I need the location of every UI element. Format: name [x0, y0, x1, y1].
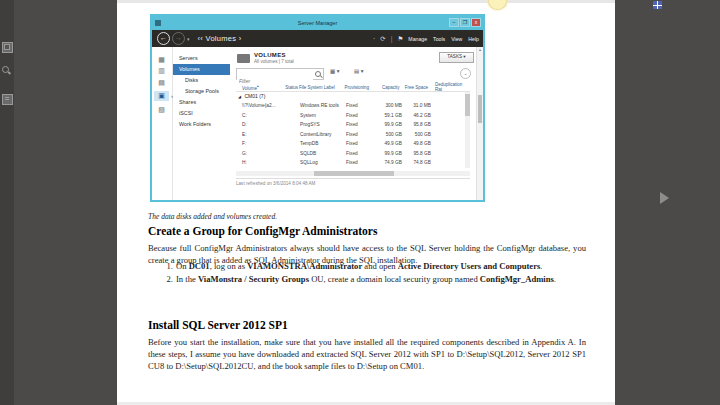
search-dot-icon: ·	[373, 35, 375, 42]
col-provisioning: Provisioning	[344, 85, 371, 90]
table-header-row[interactable]: Volume▴ Status File System Label Provisi…	[236, 83, 470, 92]
maximize-button[interactable]: ❐	[460, 18, 470, 27]
notifications-flag-icon[interactable]: ⚑	[397, 35, 403, 43]
page-thumbnails-icon[interactable]	[2, 42, 13, 53]
history-caret-icon[interactable]: ▾	[187, 36, 190, 42]
list-text: On DC01, log on as VIAMONSTRA\Administra…	[176, 260, 576, 272]
volumes-tile-icon	[237, 54, 250, 63]
cell-free-space: 95.8 GB	[402, 122, 431, 127]
tasks-button[interactable]: TASKS ▾	[439, 52, 474, 63]
collapse-chevron-icon[interactable]: ⌄	[460, 68, 471, 79]
cell-provisioning: Fixed	[346, 122, 373, 127]
table-row[interactable]: H: SQLLog Fixed 74.9 GB 74.8 GB	[236, 158, 470, 168]
menu-item[interactable]: Tools	[433, 36, 445, 42]
menu-item[interactable]: View	[451, 36, 462, 42]
sidebar-strip-icon[interactable]: ▧	[154, 105, 169, 115]
forward-icon[interactable]: →	[172, 32, 185, 45]
server-manager-navbar: ← → ▾ ‹‹ Volumes › · ⟳ | ⚑ ManageToolsVi…	[152, 30, 483, 47]
list-item: 1. On DC01, log on as VIAMONSTRA\Adminis…	[148, 260, 586, 272]
cell-fs-label: TempDB	[300, 141, 346, 146]
table-row[interactable]: D: ProgSYS Fixed 99.9 GB 95.8 GB	[236, 120, 470, 130]
sidebar-icon-strip: ▦▥▤▣▧	[152, 47, 173, 200]
cell-capacity: 300 MB	[373, 103, 402, 108]
magnifier-icon	[315, 71, 321, 77]
server-manager-titlebar: Server Manager – ❐ x	[152, 16, 483, 30]
sidebar-strip-icon[interactable]: ▣	[154, 91, 169, 101]
menu-item[interactable]: Help	[468, 36, 479, 42]
table-row[interactable]: \\?\Volume{a2... Windows RE tools Fixed …	[236, 101, 470, 111]
cell-provisioning: Fixed	[346, 141, 373, 146]
cell-volume: G:	[236, 151, 286, 156]
list-number: 1.	[162, 260, 176, 272]
next-page-arrow[interactable]	[660, 192, 669, 204]
close-button[interactable]: x	[471, 18, 481, 27]
cell-fs-label: ContentLibrary	[300, 132, 346, 137]
document-page: Server Manager – ❐ x ← → ▾ ‹‹ Volumes › …	[117, 0, 615, 405]
panel-subtitle: All volumes | 7 total	[254, 59, 294, 64]
group-label: CM01 (7)	[244, 93, 265, 99]
scrollbar-thumb[interactable]	[465, 94, 470, 116]
breadcrumb[interactable]: ‹‹ Volumes ›	[198, 34, 242, 43]
minimize-button[interactable]: –	[449, 18, 459, 27]
table-vertical-scrollbar[interactable]	[465, 92, 470, 168]
table-row[interactable]: E: ContentLibrary Fixed 500 GB 500 GB	[236, 130, 470, 140]
col-dedup: Deduplication Rat	[428, 82, 470, 92]
col-free-space: Free Space	[400, 85, 429, 90]
sidebar-nav-item[interactable]: Volumes	[173, 64, 230, 75]
cell-volume: E:	[236, 132, 286, 137]
sidebar-nav-item[interactable]: Shares	[173, 97, 230, 108]
group-dropdown-icon[interactable]: ▤ ▾	[354, 68, 372, 78]
sidebar-strip-icon[interactable]: ▥	[154, 66, 169, 76]
sidebar-nav-item[interactable]: Disks	[173, 75, 230, 86]
table-row[interactable]: G: SQLDB Fixed 99.9 GB 95.8 GB	[236, 149, 470, 159]
sidebar-nav-item[interactable]: Servers	[173, 53, 230, 64]
cell-capacity: 74.9 GB	[373, 160, 402, 165]
pdf-viewer: Server Manager – ❐ x ← → ▾ ‹‹ Volumes › …	[0, 0, 720, 405]
col-volume: Volume▴	[236, 84, 285, 91]
col-status: Status	[285, 85, 299, 90]
list-number: 2.	[162, 273, 176, 285]
sidebar-nav-item[interactable]: Storage Pools	[173, 86, 230, 97]
figure-caption: The data disks added and volumes created…	[148, 212, 586, 221]
cell-fs-label: SQLLog	[300, 160, 346, 165]
group-row[interactable]: ◢ CM01 (7)	[236, 92, 470, 101]
volumes-table: Volume▴ Status File System Label Provisi…	[236, 83, 470, 168]
grid-icon[interactable]	[653, 1, 662, 9]
cell-volume: H:	[236, 160, 286, 165]
cell-capacity: 500 GB	[373, 132, 402, 137]
scroll-up-icon[interactable]: ▴	[477, 47, 483, 53]
filter-box	[236, 68, 324, 80]
cell-provisioning: Fixed	[346, 160, 373, 165]
cell-free-space: 500 GB	[402, 132, 431, 137]
table-horizontal-scrollbar[interactable]	[236, 171, 470, 176]
cell-capacity: 59.1 GB	[373, 113, 402, 118]
sidebar-nav-item[interactable]: iSCSI	[173, 108, 230, 119]
menu-item[interactable]: Manage	[408, 36, 427, 42]
table-row[interactable]: C: System Fixed 59.1 GB 46.2 GB	[236, 111, 470, 121]
sidebar-strip-icon[interactable]: ▦	[154, 55, 169, 65]
cell-volume: C:	[236, 113, 286, 118]
scrollbar-thumb[interactable]	[478, 95, 482, 123]
section-heading-create-group: Create a Group for ConfigMgr Administrat…	[148, 225, 586, 237]
back-icon[interactable]: ←	[157, 32, 170, 45]
sidebar-strip-icon[interactable]: ▤	[154, 78, 169, 88]
refresh-icon[interactable]: ⟳	[380, 35, 385, 43]
cell-free-space: 74.8 GB	[402, 160, 431, 165]
separator: |	[391, 35, 393, 42]
search-icon[interactable]	[2, 66, 11, 75]
highlight-dot	[488, 0, 507, 10]
bookmarks-icon[interactable]	[2, 94, 13, 105]
cell-free-space: 95.8 GB	[402, 151, 431, 156]
window-vertical-scrollbar[interactable]: ▴	[476, 47, 483, 200]
col-capacity: Capacity	[371, 85, 400, 90]
sidebar-nav: ServersVolumesDisksStorage PoolsSharesiS…	[173, 53, 230, 130]
table-row[interactable]: F: TempDB Fixed 49.9 GB 49.8 GB	[236, 139, 470, 149]
sidebar-nav-item[interactable]: Work Folders	[173, 119, 230, 130]
cell-fs-label: SQLDB	[300, 151, 346, 156]
cell-fs-label: Windows RE tools	[300, 103, 346, 108]
cell-volume: D:	[236, 122, 286, 127]
cell-free-space: 31.0 MB	[402, 103, 431, 108]
numbered-steps: 1. On DC01, log on as VIAMONSTRA\Adminis…	[148, 260, 586, 286]
filter-dropdown-icon[interactable]: ▦ ▾	[330, 68, 348, 78]
scrollbar-thumb[interactable]	[314, 171, 394, 176]
